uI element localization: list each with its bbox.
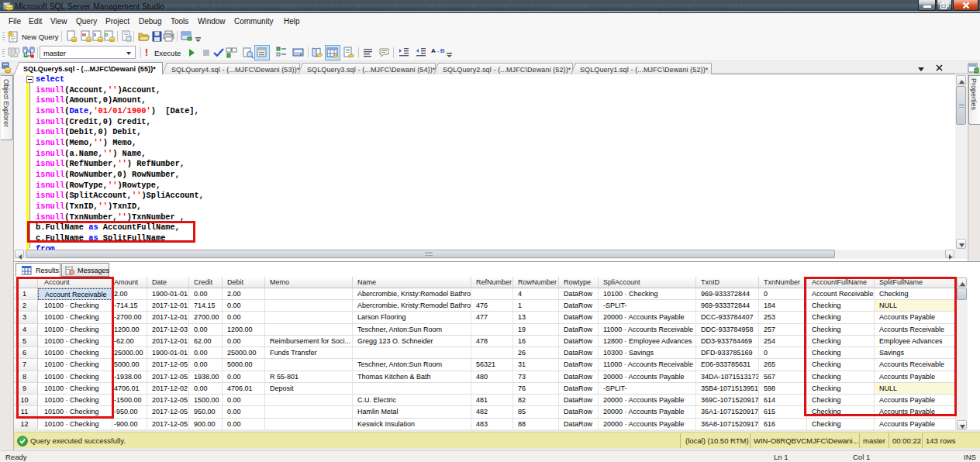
svg-text:X: X [94, 33, 97, 37]
svg-text:M: M [82, 33, 86, 37]
svg-text:D: D [105, 33, 109, 37]
